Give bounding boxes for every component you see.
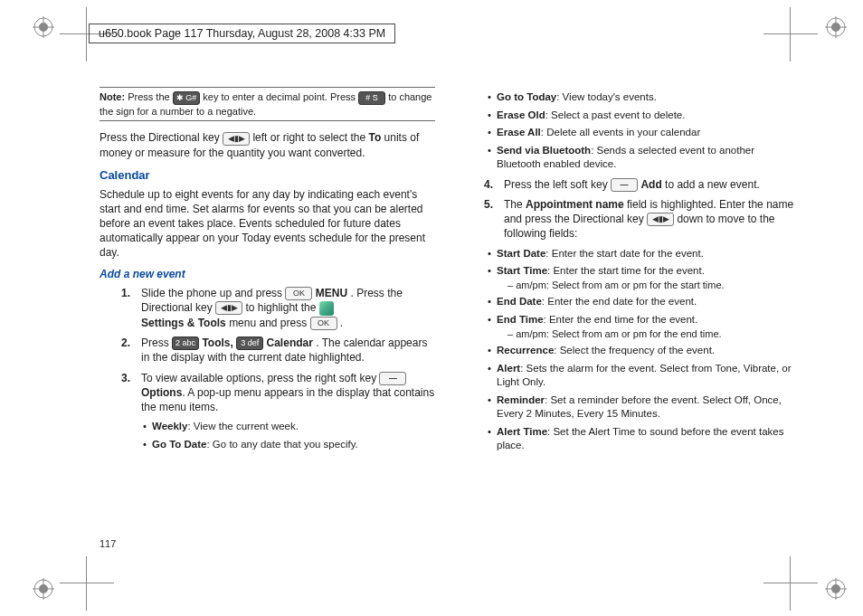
intro-paragraph: Press the Directional key ◀▮▶ left or ri… [100,130,435,160]
sub-item: am/pm: Select from am or pm for the end … [507,327,798,341]
list-item: End Time: Enter the end time for the eve… [488,313,798,340]
directional-key-icon: ◀▮▶ [647,213,674,226]
list-item: End Date: Enter the end date for the eve… [488,295,798,309]
list-item: Recurrence: Select the frequency of the … [488,344,798,358]
crop-mark-icon [60,556,114,611]
note-label: Note: [100,91,125,102]
list-item: Alert: Sets the alarm for the event. Sel… [488,362,798,390]
list-item: Alert Time: Set the Alert Time to sound … [488,425,798,453]
note-box: Note: Press the ✱ G# key to enter a deci… [100,87,435,121]
register-target-icon [33,16,54,38]
list-item: Reminder: Set a reminder before the even… [488,393,798,422]
list-item: Erase Old: Select a past event to delete… [488,109,798,123]
step-3: 3. To view available options, press the … [121,371,435,415]
calendar-heading: Calendar [100,167,435,184]
register-target-icon [33,578,54,600]
softkey-right-icon [379,372,406,385]
page-header: u650.book Page 117 Thursday, August 28, … [89,24,395,43]
directional-key-icon: ◀▮▶ [223,132,250,146]
list-item: Start Date: Enter the start date for the… [488,247,798,261]
ok-key-icon: OK [310,317,337,330]
step-2: 2. Press 2 abc Tools, 3 def Calendar . T… [121,336,435,365]
pound-key-icon: # S [358,91,385,105]
settings-tools-icon [319,301,334,316]
step-1: 1. Slide the phone up and press OK MENU … [121,286,435,330]
softkey-left-icon [611,178,638,192]
list-item: Weekly: View the current week. [143,420,435,434]
calendar-description: Schedule up to eight events for any day … [100,187,435,261]
add-event-heading: Add a new event [100,267,435,281]
list-item: Go To Date: Go to any date that you spec… [143,438,435,452]
star-key-icon: ✱ G# [173,91,201,105]
list-item: Send via Bluetooth: Sends a selected eve… [488,144,798,172]
directional-key-icon: ◀▮▶ [215,301,242,315]
page-number: 117 [100,538,116,549]
register-target-icon [825,16,847,38]
step-4: 4. Press the left soft key Add to add a … [484,177,798,192]
list-item: Erase All: Delete all events in your cal… [488,126,798,140]
page-body: Note: Press the ✱ G# key to enter a deci… [100,87,798,553]
sub-item: am/pm: Select from am or pm for the star… [507,279,798,292]
ok-key-icon: OK [285,287,312,300]
step-5: 5. The Appointment name field is highlig… [484,197,798,242]
list-item: Go to Today: View today's events. [488,90,798,105]
crop-mark-icon [763,7,818,62]
three-key-icon: 3 def [236,336,263,350]
two-key-icon: 2 abc [172,336,199,350]
list-item: Start Time: Enter the start time for the… [488,264,798,291]
crop-mark-icon [763,556,818,611]
register-target-icon [825,578,847,600]
